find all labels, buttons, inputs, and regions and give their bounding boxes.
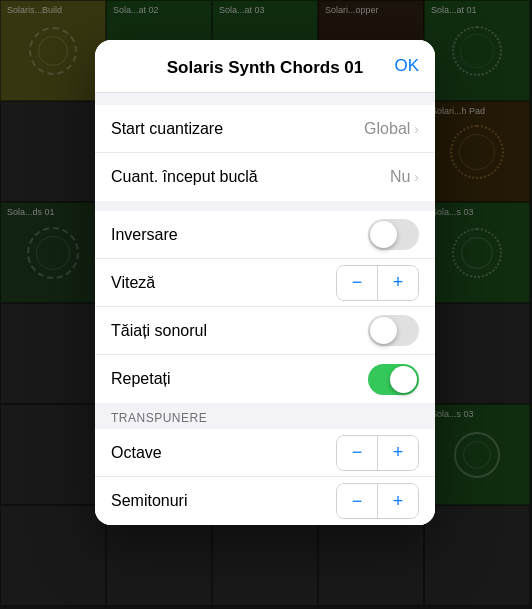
modal-title: Solaris Synth Chords 01 <box>167 58 364 78</box>
section-header-transpunere: TRANSPUNERE <box>95 403 435 429</box>
section-transpose: Octave − + Semitonuri − + <box>95 429 435 525</box>
toggle-repetati[interactable] <box>368 364 419 395</box>
row-start-cuantizare[interactable]: Start cuantizare Global › <box>95 105 435 153</box>
row-taiati-sonorul[interactable]: Tăiați sonorul <box>95 307 435 355</box>
row-repetati[interactable]: Repetați <box>95 355 435 403</box>
row-cuant-inceput[interactable]: Cuant. început buclă Nu › <box>95 153 435 201</box>
row-label-inversare: Inversare <box>111 226 368 244</box>
stepper-minus-octave[interactable]: − <box>337 436 377 470</box>
row-viteza: Viteză − + <box>95 259 435 307</box>
toggle-thumb-taiati <box>370 317 397 344</box>
modal-header: Solaris Synth Chords 01 OK <box>95 40 435 93</box>
row-label-taiati-sonorul: Tăiați sonorul <box>111 322 368 340</box>
stepper-minus-semitonuri[interactable]: − <box>337 484 377 518</box>
section-2: Inversare Viteză − + Tăiați sonorul <box>95 211 435 403</box>
row-octave: Octave − + <box>95 429 435 477</box>
ok-button[interactable]: OK <box>394 52 419 80</box>
stepper-viteza: − + <box>336 265 419 301</box>
toggle-thumb-inversare <box>370 221 397 248</box>
section-1: Start cuantizare Global › Cuant. început… <box>95 105 435 201</box>
stepper-semitonuri: − + <box>336 483 419 519</box>
row-semitonuri: Semitonuri − + <box>95 477 435 525</box>
stepper-octave: − + <box>336 435 419 471</box>
chevron-icon-2: › <box>414 169 419 185</box>
toggle-taiati-sonorul[interactable] <box>368 315 419 346</box>
row-label-viteza: Viteză <box>111 274 336 292</box>
row-label-octave: Octave <box>111 444 336 462</box>
stepper-plus-viteza[interactable]: + <box>378 266 418 300</box>
row-label-cuant-inceput: Cuant. început buclă <box>111 168 390 186</box>
row-label-start-cuantizare: Start cuantizare <box>111 120 364 138</box>
row-inversare[interactable]: Inversare <box>95 211 435 259</box>
chevron-icon-1: › <box>414 121 419 137</box>
row-value-start-cuantizare: Global <box>364 120 410 138</box>
modal-dialog: Solaris Synth Chords 01 OK Start cuantiz… <box>95 40 435 525</box>
toggle-thumb-repetati <box>390 366 417 393</box>
stepper-plus-octave[interactable]: + <box>378 436 418 470</box>
stepper-plus-semitonuri[interactable]: + <box>378 484 418 518</box>
row-label-semitonuri: Semitonuri <box>111 492 336 510</box>
row-value-cuant-inceput: Nu <box>390 168 410 186</box>
stepper-minus-viteza[interactable]: − <box>337 266 377 300</box>
modal-body: Start cuantizare Global › Cuant. început… <box>95 105 435 525</box>
toggle-inversare[interactable] <box>368 219 419 250</box>
row-label-repetati: Repetați <box>111 370 368 388</box>
